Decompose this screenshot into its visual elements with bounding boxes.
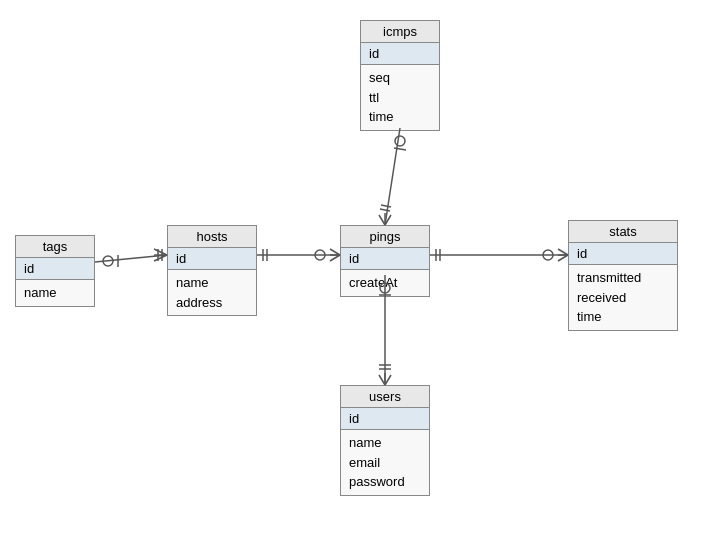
connector-icmps-pings <box>379 128 406 225</box>
entity-tags: tags id name <box>15 235 95 307</box>
connector-tags-hosts <box>95 249 167 267</box>
svg-line-0 <box>95 255 167 262</box>
entity-stats: stats id transmittedreceivedtime <box>568 220 678 331</box>
entity-icmps-header: icmps <box>361 21 439 43</box>
entity-tags-pk: id <box>16 258 94 280</box>
svg-line-20 <box>385 215 391 225</box>
entity-tags-header: tags <box>16 236 94 258</box>
connector-hosts-pings <box>257 249 340 261</box>
entity-icmps-pk: id <box>361 43 439 65</box>
entity-hosts-body: nameaddress <box>168 270 256 315</box>
svg-line-15 <box>385 128 400 225</box>
svg-point-16 <box>395 136 405 146</box>
entity-icmps-body: seqttltime <box>361 65 439 130</box>
svg-line-17 <box>394 148 406 150</box>
entity-users-pk: id <box>341 408 429 430</box>
svg-point-1 <box>103 256 113 266</box>
svg-line-3 <box>154 249 167 255</box>
svg-line-22 <box>381 205 391 207</box>
svg-line-13 <box>330 255 340 261</box>
entity-stats-body: transmittedreceivedtime <box>569 265 677 330</box>
svg-line-5 <box>154 255 167 261</box>
svg-line-36 <box>558 255 568 261</box>
svg-line-34 <box>558 249 568 255</box>
entity-pings-header: pings <box>341 226 429 248</box>
entity-stats-pk: id <box>569 243 677 265</box>
entity-users-body: nameemailpassword <box>341 430 429 495</box>
entity-tags-body: name <box>16 280 94 306</box>
svg-line-21 <box>380 209 390 211</box>
svg-line-11 <box>330 249 340 255</box>
entity-hosts-header: hosts <box>168 226 256 248</box>
entity-users: users id nameemailpassword <box>340 385 430 496</box>
connector-pings-stats <box>430 249 568 261</box>
svg-line-18 <box>379 215 385 225</box>
entity-hosts-pk: id <box>168 248 256 270</box>
svg-line-26 <box>379 375 385 385</box>
svg-line-28 <box>385 375 391 385</box>
entity-pings-body: createAt <box>341 270 429 296</box>
entity-stats-header: stats <box>569 221 677 243</box>
svg-point-14 <box>315 250 325 260</box>
entity-hosts: hosts id nameaddress <box>167 225 257 316</box>
svg-point-37 <box>543 250 553 260</box>
entity-pings: pings id createAt <box>340 225 430 297</box>
entity-users-header: users <box>341 386 429 408</box>
entity-pings-pk: id <box>341 248 429 270</box>
erd-diagram: tags id name hosts id nameaddress icmps … <box>0 0 723 558</box>
entity-icmps: icmps id seqttltime <box>360 20 440 131</box>
